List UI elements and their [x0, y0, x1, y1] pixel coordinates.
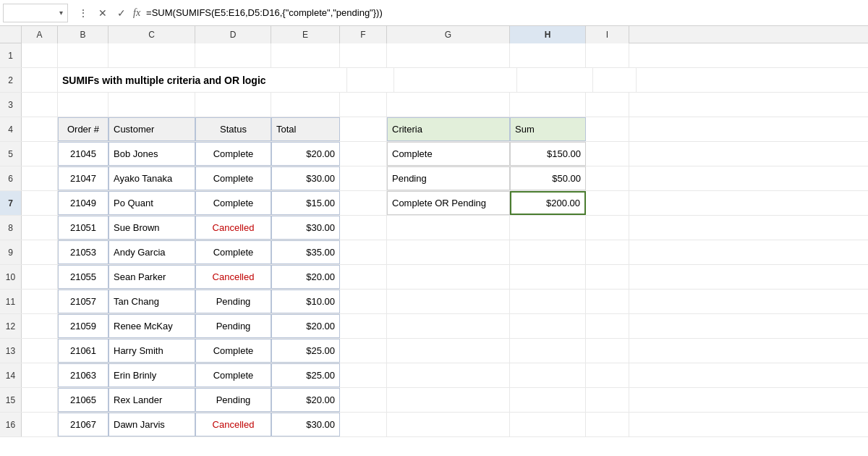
cell-d16[interactable]: Cancelled — [195, 413, 271, 436]
cell-h3[interactable] — [510, 93, 586, 117]
formula-cancel-icon[interactable]: ✕ — [95, 6, 110, 20]
cell-b3[interactable] — [58, 93, 109, 117]
cell-b8[interactable]: 21051 — [58, 216, 109, 240]
cell-g1[interactable] — [387, 43, 510, 67]
cell-h5[interactable]: $150.00 — [510, 142, 586, 166]
cell-b4-header[interactable]: Order # — [58, 117, 109, 141]
cell-e11[interactable]: $10.00 — [271, 290, 340, 313]
cell-b5[interactable]: 21045 — [58, 142, 109, 166]
cell-c3[interactable] — [109, 93, 195, 117]
cell-f9[interactable] — [340, 240, 387, 264]
cell-g2[interactable] — [394, 68, 517, 92]
cell-i14[interactable] — [586, 363, 629, 387]
cell-a16[interactable] — [22, 413, 58, 436]
cell-g6[interactable]: Pending — [387, 166, 510, 190]
cell-i1[interactable] — [586, 43, 629, 67]
cell-b2-title[interactable]: SUMIFs with multiple criteria and OR log… — [58, 68, 347, 92]
cell-f2[interactable] — [347, 68, 394, 92]
cell-c13[interactable]: Harry Smith — [109, 339, 195, 363]
formula-confirm-icon[interactable]: ✓ — [114, 6, 129, 20]
cell-b14[interactable]: 21063 — [58, 363, 109, 387]
cell-d12[interactable]: Pending — [195, 314, 271, 338]
cell-d8[interactable]: Cancelled — [195, 216, 271, 240]
cell-e12[interactable]: $20.00 — [271, 314, 340, 338]
cell-i12[interactable] — [586, 314, 629, 338]
cell-h9[interactable] — [510, 240, 586, 264]
cell-reference-box[interactable]: ▾ — [3, 4, 68, 22]
cell-b15[interactable]: 21065 — [58, 388, 109, 412]
row-num-8[interactable]: 8 — [0, 216, 22, 240]
cell-d13[interactable]: Complete — [195, 339, 271, 363]
cell-h1[interactable] — [510, 43, 586, 67]
cell-e13[interactable]: $25.00 — [271, 339, 340, 363]
cell-e3[interactable] — [271, 93, 340, 117]
cell-i9[interactable] — [586, 240, 629, 264]
col-header-f[interactable]: F — [340, 26, 387, 43]
cell-b10[interactable]: 21055 — [58, 265, 109, 289]
cell-a10[interactable] — [22, 265, 58, 289]
cell-f3[interactable] — [340, 93, 387, 117]
cell-a1[interactable] — [22, 43, 58, 67]
cell-a9[interactable] — [22, 240, 58, 264]
col-header-d[interactable]: D — [195, 26, 271, 43]
cell-d5[interactable]: Complete — [195, 142, 271, 166]
row-num-5[interactable]: 5 — [0, 142, 22, 166]
cell-i5[interactable] — [586, 142, 629, 166]
cell-g4-criteria-header[interactable]: Criteria — [387, 117, 510, 141]
cell-g3[interactable] — [387, 93, 510, 117]
cell-i15[interactable] — [586, 388, 629, 412]
cell-i2[interactable] — [593, 68, 637, 92]
cell-f14[interactable] — [340, 363, 387, 387]
cell-b11[interactable]: 21057 — [58, 290, 109, 313]
cell-e1[interactable] — [271, 43, 340, 67]
col-header-h[interactable]: H — [510, 26, 586, 43]
row-num-1[interactable]: 1 — [0, 43, 22, 67]
cell-c7[interactable]: Po Quant — [109, 191, 195, 215]
cell-i7[interactable] — [586, 191, 629, 215]
cell-d14[interactable]: Complete — [195, 363, 271, 387]
cell-g12[interactable] — [387, 314, 510, 338]
cell-h11[interactable] — [510, 290, 586, 313]
cell-d10[interactable]: Cancelled — [195, 265, 271, 289]
col-header-g[interactable]: G — [387, 26, 510, 43]
row-num-12[interactable]: 12 — [0, 314, 22, 338]
cell-i4[interactable] — [586, 117, 629, 141]
cell-g9[interactable] — [387, 240, 510, 264]
cell-g10[interactable] — [387, 265, 510, 289]
cell-c16[interactable]: Dawn Jarvis — [109, 413, 195, 436]
row-num-11[interactable]: 11 — [0, 290, 22, 313]
cell-h2[interactable] — [517, 68, 593, 92]
col-header-b[interactable]: B — [58, 26, 109, 43]
cell-c6[interactable]: Ayako Tanaka — [109, 166, 195, 190]
cell-d7[interactable]: Complete — [195, 191, 271, 215]
col-header-a[interactable]: A — [22, 26, 58, 43]
row-num-6[interactable]: 6 — [0, 166, 22, 190]
cell-a3[interactable] — [22, 93, 58, 117]
cell-e15[interactable]: $20.00 — [271, 388, 340, 412]
cell-f16[interactable] — [340, 413, 387, 436]
cell-d9[interactable]: Complete — [195, 240, 271, 264]
cell-f8[interactable] — [340, 216, 387, 240]
cell-e16[interactable]: $30.00 — [271, 413, 340, 436]
cell-a4[interactable] — [22, 117, 58, 141]
cell-g13[interactable] — [387, 339, 510, 363]
cell-g11[interactable] — [387, 290, 510, 313]
cell-h15[interactable] — [510, 388, 586, 412]
cell-a8[interactable] — [22, 216, 58, 240]
cell-c15[interactable]: Rex Lander — [109, 388, 195, 412]
row-num-9[interactable]: 9 — [0, 240, 22, 264]
cell-h4-sum-header[interactable]: Sum — [510, 117, 586, 141]
formula-dots-icon[interactable]: ⋮ — [75, 6, 91, 20]
cell-c11[interactable]: Tan Chang — [109, 290, 195, 313]
cell-f10[interactable] — [340, 265, 387, 289]
cell-a2[interactable] — [22, 68, 58, 92]
row-num-16[interactable]: 16 — [0, 413, 22, 436]
cell-i6[interactable] — [586, 166, 629, 190]
cell-a12[interactable] — [22, 314, 58, 338]
cell-e14[interactable]: $25.00 — [271, 363, 340, 387]
cell-h16[interactable] — [510, 413, 586, 436]
cell-h13[interactable] — [510, 339, 586, 363]
cell-e8[interactable]: $30.00 — [271, 216, 340, 240]
cell-f15[interactable] — [340, 388, 387, 412]
cell-h14[interactable] — [510, 363, 586, 387]
